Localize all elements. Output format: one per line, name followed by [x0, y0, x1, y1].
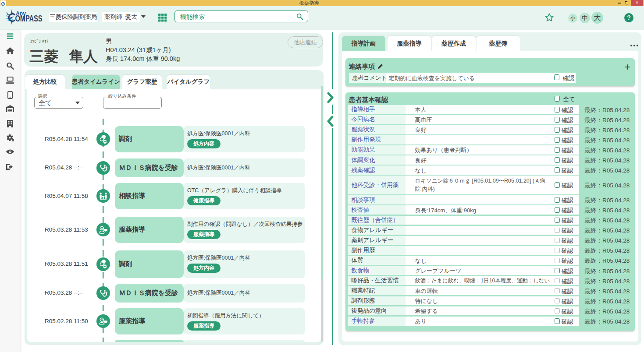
svg-text:OMPASS: OMPASS: [15, 14, 43, 23]
